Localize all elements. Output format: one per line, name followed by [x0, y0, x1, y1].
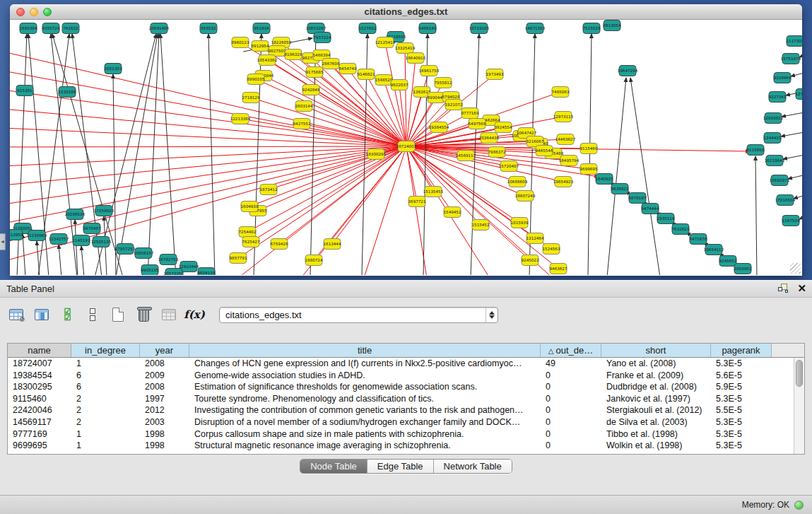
- graph-edge[interactable]: [81, 246, 84, 275]
- graph-node[interactable]: 1530186: [59, 87, 76, 98]
- graph-node[interactable]: 9463627: [550, 264, 567, 274]
- graph-node[interactable]: 1640935: [596, 174, 613, 185]
- column-header-title[interactable]: title: [189, 344, 541, 357]
- graph-node[interactable]: 951834: [253, 23, 270, 34]
- graph-edge[interactable]: [755, 156, 757, 275]
- column-header-short[interactable]: short: [601, 344, 711, 357]
- graph-node[interactable]: 1527602: [359, 23, 377, 34]
- function-builder-button[interactable]: f(x): [185, 306, 204, 323]
- table-selector-combobox[interactable]: citations_edges.txt: [219, 307, 498, 323]
- graph-edge[interactable]: [279, 146, 406, 244]
- graph-node[interactable]: 1880724: [305, 255, 323, 266]
- table-row[interactable]: 2242004622012Investigating the contribut…: [8, 404, 794, 416]
- graph-node[interactable]: 7625427: [242, 237, 260, 247]
- graph-node[interactable]: 18724007: [396, 141, 417, 152]
- graph-edge[interactable]: [791, 71, 802, 76]
- graph-node[interactable]: 1524563: [543, 244, 560, 255]
- graph-node[interactable]: 858532: [200, 23, 217, 34]
- graph-node[interactable]: 7955812: [435, 78, 452, 88]
- graph-node[interactable]: 9245022: [522, 255, 539, 266]
- graph-node[interactable]: 8427552: [293, 119, 311, 129]
- graph-node[interactable]: 12342757: [49, 234, 69, 245]
- graph-node[interactable]: 1973493: [486, 69, 504, 80]
- graph-node[interactable]: 1312484: [526, 233, 544, 244]
- select-columns-button[interactable]: ☑☑: [58, 306, 76, 323]
- graph-edge[interactable]: [180, 146, 406, 275]
- memory-status-indicator[interactable]: [794, 501, 804, 510]
- graph-node[interactable]: 13325419: [395, 43, 416, 54]
- graph-node[interactable]: 9838922: [611, 184, 629, 194]
- graph-node[interactable]: 1613444: [324, 239, 341, 250]
- column-header-name[interactable]: name: [8, 344, 71, 357]
- graph-node[interactable]: 8990105: [247, 74, 265, 85]
- graph-node[interactable]: 20364436: [479, 133, 500, 144]
- graph-node[interactable]: 7515526: [583, 23, 601, 34]
- table-row[interactable]: 946554611997Estimation of the future num…: [8, 452, 794, 454]
- column-header-pagerank[interactable]: pagerank: [711, 344, 772, 357]
- graph-edge[interactable]: [10, 146, 406, 147]
- graph-edge[interactable]: [405, 48, 406, 146]
- graph-node[interactable]: 15135455: [423, 187, 444, 197]
- graph-node[interactable]: 19384554: [429, 122, 449, 133]
- graph-node[interactable]: 9146821: [358, 69, 375, 80]
- graph-edge[interactable]: [781, 131, 802, 136]
- graph-edge[interactable]: [148, 34, 159, 275]
- graph-edge[interactable]: [406, 146, 558, 269]
- new-table-button[interactable]: [109, 306, 127, 323]
- graph-edge[interactable]: [782, 111, 802, 117]
- graph-edge[interactable]: [788, 173, 802, 179]
- tab-edge-table[interactable]: Edge Table: [367, 460, 434, 473]
- graph-node[interactable]: 10719185: [469, 23, 490, 34]
- graph-edge[interactable]: [264, 76, 406, 146]
- graph-node[interactable]: 9175685: [306, 67, 324, 78]
- delete-table-button[interactable]: [134, 306, 153, 323]
- graph-node[interactable]: 15751874: [781, 54, 801, 64]
- graph-node[interactable]: 7632621: [672, 224, 690, 235]
- graph-node[interactable]: 1145193: [73, 235, 90, 246]
- graph-node[interactable]: 9242848: [302, 85, 320, 95]
- graph-node[interactable]: 7254402: [239, 227, 257, 238]
- graph-node[interactable]: 19854923: [553, 177, 574, 187]
- graph-node[interactable]: 1515452: [472, 220, 490, 230]
- table-row[interactable]: 1830029562008Estimation of significance …: [8, 381, 794, 393]
- graph-node[interactable]: 12093832: [763, 113, 783, 124]
- graph-node[interactable]: 9699695: [580, 164, 598, 175]
- graph-node[interactable]: 8912954: [252, 41, 269, 52]
- graph-node[interactable]: 11156869: [27, 230, 47, 241]
- network-window-titlebar[interactable]: citations_edges.txt: [10, 4, 802, 20]
- graph-node[interactable]: 1244415: [764, 133, 782, 144]
- graph-node[interactable]: 18807249: [515, 191, 536, 201]
- graph-node[interactable]: 12973115: [553, 112, 574, 122]
- graph-node[interactable]: 1117305: [787, 36, 802, 47]
- graph-node[interactable]: 6879197: [629, 193, 647, 204]
- graph-node[interactable]: 14569117: [456, 151, 476, 161]
- graph-node[interactable]: 12505135: [91, 237, 112, 247]
- graph-node[interactable]: 9905135: [141, 265, 159, 276]
- graph-node[interactable]: 16782759: [158, 255, 179, 265]
- graph-node[interactable]: 2083952: [734, 264, 752, 274]
- graph-node[interactable]: 18495794: [559, 156, 579, 166]
- table-row[interactable]: 977716911998Corpus callosum shape and si…: [8, 428, 794, 440]
- window-resize-grip[interactable]: [790, 263, 801, 274]
- table-row[interactable]: 969969511998Structural magnetic resonanc…: [8, 440, 794, 452]
- graph-node[interactable]: 18640910: [406, 53, 426, 64]
- graph-node[interactable]: 9777169: [461, 108, 479, 119]
- graph-edge[interactable]: [238, 146, 406, 258]
- graph-node[interactable]: 1277403: [796, 89, 802, 100]
- network-canvas[interactable]: 1872400718853044355724741632206914068585…: [10, 20, 802, 275]
- graph-node[interactable]: 4355724: [42, 23, 60, 34]
- graph-node[interactable]: 741632: [62, 23, 79, 34]
- graph-node[interactable]: 17359928: [94, 206, 114, 216]
- graph-node[interactable]: 9465546: [536, 146, 553, 156]
- graph-edge[interactable]: [59, 245, 61, 275]
- graph-node[interactable]: 7957224: [314, 33, 331, 43]
- graph-node[interactable]: 9329966: [774, 73, 792, 83]
- graph-edge[interactable]: [256, 79, 406, 146]
- graph-edge[interactable]: [10, 146, 406, 185]
- graph-node[interactable]: 2935114: [657, 214, 675, 224]
- graph-node[interactable]: 9227341: [769, 92, 787, 103]
- graph-node[interactable]: 3824554: [495, 122, 512, 133]
- merge-tables-button[interactable]: [83, 306, 102, 323]
- table-row[interactable]: 1872400712008Changes of HCN gene express…: [8, 358, 794, 370]
- graph-node[interactable]: 8186328: [285, 49, 302, 60]
